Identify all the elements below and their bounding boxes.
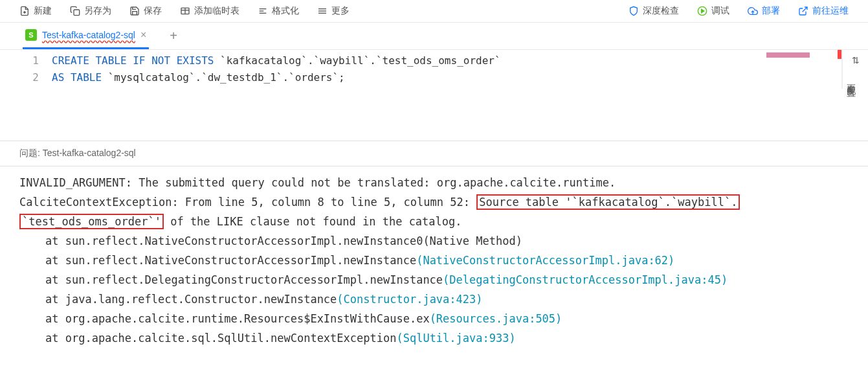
problems-panel-header[interactable]: 问题: Test-kafka-catalog2-sql: [0, 141, 868, 166]
tab-title: Test-kafka-catalog2-sql: [42, 30, 135, 40]
stack-source-link[interactable]: (Constructor.java:423): [337, 293, 482, 306]
table-plus-icon: [180, 6, 190, 16]
play-circle-icon: [697, 6, 707, 16]
go-ops-button[interactable]: 前往运维: [798, 5, 849, 17]
debug-button[interactable]: 调试: [697, 5, 729, 17]
more-label: 更多: [331, 5, 350, 17]
stack-source-link[interactable]: (NativeConstructorAccessorImpl.java:62): [416, 254, 674, 267]
more-button[interactable]: 更多: [317, 5, 350, 17]
stack-frame: at org.apache.calcite.runtime.Resources$…: [19, 309, 849, 328]
code-body[interactable]: CREATE TABLE IF NOT EXISTS `kafkacatalog…: [52, 52, 764, 86]
save-label: 保存: [144, 5, 162, 17]
save-icon: [129, 6, 140, 16]
stack-frame: at java.lang.reflect.Constructor.newInst…: [19, 290, 849, 309]
format-button[interactable]: 格式化: [258, 5, 299, 17]
side-panel-toggle[interactable]: ⇅ 更多配置: [842, 50, 868, 89]
line-number: 2: [0, 69, 39, 86]
stack-source-link[interactable]: (Resources.java:505): [430, 312, 562, 325]
external-link-icon: [798, 6, 808, 16]
stack-source-link[interactable]: (SqlUtil.java:933): [396, 332, 515, 345]
debug-label: 调试: [711, 5, 729, 17]
file-plus-icon: [19, 6, 30, 16]
add-temp-table-button[interactable]: 添加临时表: [180, 5, 239, 17]
add-tab-button[interactable]: +: [157, 28, 190, 43]
stack-source-link[interactable]: (DelegatingConstructorAccessorImpl.java:…: [443, 273, 728, 286]
format-icon: [258, 6, 268, 16]
code-line[interactable]: AS TABLE `mysqlcatalog`.`dw_testdb_1`.`o…: [52, 69, 764, 86]
new-label: 新建: [34, 5, 52, 17]
code-line[interactable]: CREATE TABLE IF NOT EXISTS `kafkacatalog…: [52, 52, 764, 69]
copy-icon: [70, 6, 80, 16]
minimap[interactable]: [764, 50, 842, 89]
stack-frame: at sun.reflect.DelegatingConstructorAcce…: [19, 270, 849, 290]
shield-icon: [629, 6, 639, 16]
swap-icon: ⇅: [845, 55, 865, 65]
go-ops-label: 前往运维: [812, 5, 849, 17]
close-icon[interactable]: ×: [140, 29, 146, 41]
save-as-button[interactable]: 另存为: [70, 5, 111, 17]
tab-active[interactable]: S Test-kafka-catalog2-sql ×: [23, 23, 149, 49]
svg-line-12: [803, 7, 807, 12]
deploy-label: 部署: [762, 5, 780, 17]
error-message: INVALID_ARGUMENT: The submitted query co…: [19, 173, 849, 192]
new-button[interactable]: 新建: [19, 5, 52, 17]
stack-frame: at org.apache.calcite.sql.SqlUtil.newCon…: [19, 328, 849, 348]
problems-panel-body: INVALID_ARGUMENT: The submitted query co…: [0, 166, 868, 354]
tab-bar: S Test-kafka-catalog2-sql × +: [0, 23, 868, 50]
error-highlight: `test_ods_oms_order`': [19, 214, 164, 229]
save-button[interactable]: 保存: [129, 5, 162, 17]
toolbar: 新建 另存为 保存 添加临时表 格式化 更多 深度检查 调试 部署 前往运维: [0, 0, 868, 23]
deep-check-button[interactable]: 深度检查: [629, 5, 679, 17]
side-panel-label: 更多配置: [845, 77, 857, 82]
stack-frame: at sun.reflect.NativeConstructorAccessor…: [19, 231, 849, 251]
error-message: CalciteContextException: From line 5, co…: [19, 192, 849, 212]
line-gutter: 12: [0, 52, 52, 86]
problems-title: 问题: Test-kafka-catalog2-sql: [19, 148, 136, 158]
editor-area: 12 CREATE TABLE IF NOT EXISTS `kafkacata…: [0, 50, 868, 89]
cloud-upload-icon: [748, 6, 758, 16]
deploy-button[interactable]: 部署: [748, 5, 780, 17]
add-temp-table-label: 添加临时表: [194, 5, 239, 17]
tab-badge-icon: S: [25, 29, 37, 41]
error-message: `test_ods_oms_order`' of the LIKE clause…: [19, 212, 849, 231]
minimap-error-marker: [838, 50, 841, 59]
svg-rect-0: [74, 10, 80, 16]
format-label: 格式化: [272, 5, 299, 17]
svg-marker-11: [702, 9, 704, 12]
menu-icon: [317, 6, 328, 16]
stack-frame: at sun.reflect.NativeConstructorAccessor…: [19, 251, 849, 270]
code-editor[interactable]: 12 CREATE TABLE IF NOT EXISTS `kafkacata…: [0, 50, 764, 89]
line-number: 1: [0, 52, 39, 69]
deep-check-label: 深度检查: [643, 5, 679, 17]
error-highlight: Source table '`kafkacatalog`.`waybill`.: [476, 194, 740, 210]
save-as-label: 另存为: [84, 5, 111, 17]
